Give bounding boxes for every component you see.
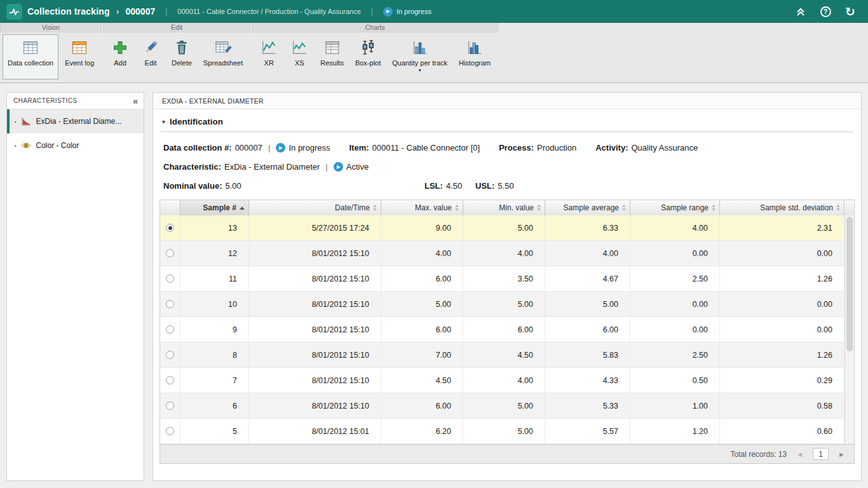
table-row[interactable]: 118/01/2012 15:106.003.504.672.501.26	[160, 266, 844, 292]
row-select-radio[interactable]	[160, 419, 180, 444]
current-page-button[interactable]: 1	[813, 448, 829, 460]
row-select-radio[interactable]	[160, 342, 180, 367]
column-header-std-deviation[interactable]: Sample std. deviation	[720, 200, 844, 215]
field-value: Quality Assurance	[632, 143, 698, 152]
table-row[interactable]: 78/01/2012 15:104.504.004.330.500.29	[160, 368, 844, 393]
radio-icon[interactable]	[166, 402, 174, 410]
ribbon-group-vision: Vision Data collection Event log	[0, 23, 102, 83]
histogram-button[interactable]: Histogram	[454, 34, 496, 79]
column-header-range[interactable]: Sample range	[630, 200, 720, 215]
vertical-scrollbar[interactable]	[844, 215, 854, 444]
sort-icon	[373, 205, 377, 211]
status-text: In progress	[397, 8, 431, 15]
table-row[interactable]: 108/01/2012 15:105.005.005.000.000.00	[160, 292, 844, 317]
row-select-radio[interactable]	[160, 393, 180, 418]
data-collection-table-icon	[21, 38, 40, 57]
table-cell: 0.00	[720, 241, 844, 266]
column-header-sample[interactable]: Sample #	[180, 200, 249, 215]
panel-title: CHARACTERISTICS	[13, 97, 77, 104]
collapse-sidebar-icon[interactable]: «	[133, 96, 138, 106]
status-text: In progress	[288, 143, 330, 152]
identification-section: ▾ Identification	[153, 109, 861, 132]
add-button[interactable]: Add	[105, 34, 135, 79]
bar-chart-icon	[410, 38, 430, 57]
refresh-glyph: ↻	[845, 6, 855, 18]
table-row[interactable]: 135/27/2015 17:249.005.006.334.002.31	[160, 215, 844, 241]
content-area: CHARACTERISTICS « ▪ ExDia - External Dia…	[0, 83, 868, 488]
radio-icon[interactable]	[166, 325, 174, 334]
table-cell: 2.50	[630, 342, 720, 367]
results-button[interactable]: Results	[315, 34, 349, 79]
in-progress-icon	[383, 7, 393, 17]
row-select-radio[interactable]	[160, 266, 180, 291]
xs-chart-button[interactable]: XS	[285, 34, 314, 79]
refresh-icon[interactable]: ↻	[844, 5, 857, 18]
table-row[interactable]: 128/01/2012 15:104.004.004.000.000.00	[160, 241, 844, 266]
data-collection-button[interactable]: Data collection	[3, 34, 58, 79]
sidebar-item-exdia[interactable]: ▪ ExDia - External Diame...	[7, 109, 144, 133]
radio-icon[interactable]	[166, 274, 174, 283]
identification-section-header[interactable]: ▾ Identification	[161, 117, 853, 126]
help-icon[interactable]: ?	[819, 5, 832, 18]
table-cell: 6.33	[545, 215, 630, 240]
eye-icon	[20, 140, 31, 151]
row-select-radio[interactable]	[160, 317, 180, 342]
table-cell: 4.33	[545, 368, 630, 393]
edit-button[interactable]: Edit	[136, 34, 165, 79]
dropdown-caret-icon: ▼	[417, 69, 422, 72]
collapse-ribbon-icon[interactable]	[794, 5, 807, 18]
table-row[interactable]: 98/01/2012 15:106.006.006.000.000.00	[160, 317, 844, 342]
table-row[interactable]: 58/01/2012 15:016.205.005.571.200.60	[160, 419, 844, 444]
row-select-radio[interactable]	[160, 292, 180, 316]
table-cell: 10	[180, 292, 249, 316]
table-cell: 6	[180, 393, 249, 418]
table-cell: 8	[180, 342, 249, 367]
row-select-radio[interactable]	[160, 368, 180, 393]
quantity-per-track-button[interactable]: Quantity per track ▼	[387, 34, 452, 79]
event-log-button[interactable]: Event log	[60, 34, 99, 79]
pencil-icon	[141, 38, 160, 57]
table-cell: 8/01/2012 15:10	[249, 266, 381, 291]
identification-line-2: Characteristic: ExDia - External Diamete…	[163, 162, 851, 172]
radio-icon[interactable]	[166, 427, 174, 435]
row-select-radio[interactable]	[160, 241, 180, 266]
row-select-radio[interactable]	[160, 215, 180, 240]
column-label: Sample #	[203, 203, 236, 212]
column-header-average[interactable]: Sample average	[545, 200, 630, 215]
app-logo-icon	[6, 4, 22, 20]
breadcrumb-root[interactable]: Collection tracking	[27, 6, 110, 17]
table-cell: 3.50	[463, 266, 545, 291]
sort-icon	[836, 205, 840, 211]
field-label: Process:	[499, 143, 534, 152]
table-cell: 8/01/2012 15:10	[249, 342, 381, 367]
radio-icon[interactable]	[166, 300, 174, 308]
prev-page-button[interactable]: ◄	[796, 451, 803, 458]
column-header-datetime[interactable]: Date/Time	[249, 200, 381, 215]
xr-chart-button[interactable]: XR	[254, 34, 283, 79]
button-label: XS	[295, 59, 304, 67]
histogram-icon	[465, 38, 484, 57]
radio-icon[interactable]	[166, 351, 174, 359]
spreadsheet-button[interactable]: Spreadsheet	[198, 34, 248, 79]
table-cell: 6.20	[381, 419, 463, 444]
column-header-max[interactable]: Max. value	[381, 200, 463, 215]
box-plot-button[interactable]: Box-plot	[350, 34, 386, 79]
plus-icon	[111, 38, 130, 57]
active-status-icon	[334, 162, 343, 172]
table-row[interactable]: 68/01/2012 15:106.005.005.331.000.58	[160, 393, 844, 419]
sidebar-item-color[interactable]: ▪ Color - Color	[7, 133, 144, 158]
ribbon-group-edit: Edit Add Edit Delete	[103, 23, 250, 83]
record-status: In progress	[383, 7, 431, 17]
characteristics-header: CHARACTERISTICS «	[7, 93, 144, 109]
radio-icon[interactable]	[166, 376, 174, 384]
scrollbar-thumb[interactable]	[846, 217, 853, 351]
table-row[interactable]: 88/01/2012 15:107.004.505.832.501.26	[160, 342, 844, 368]
next-page-button[interactable]: ►	[838, 451, 845, 458]
table-cell: 8/01/2012 15:10	[249, 292, 381, 316]
column-header-min[interactable]: Min. value	[463, 200, 545, 215]
radio-icon[interactable]	[166, 249, 174, 257]
table-cell: 4.00	[545, 241, 630, 266]
delete-button[interactable]: Delete	[166, 34, 197, 79]
radio-checked-icon[interactable]	[166, 224, 174, 232]
table-cell: 6.00	[381, 266, 463, 291]
